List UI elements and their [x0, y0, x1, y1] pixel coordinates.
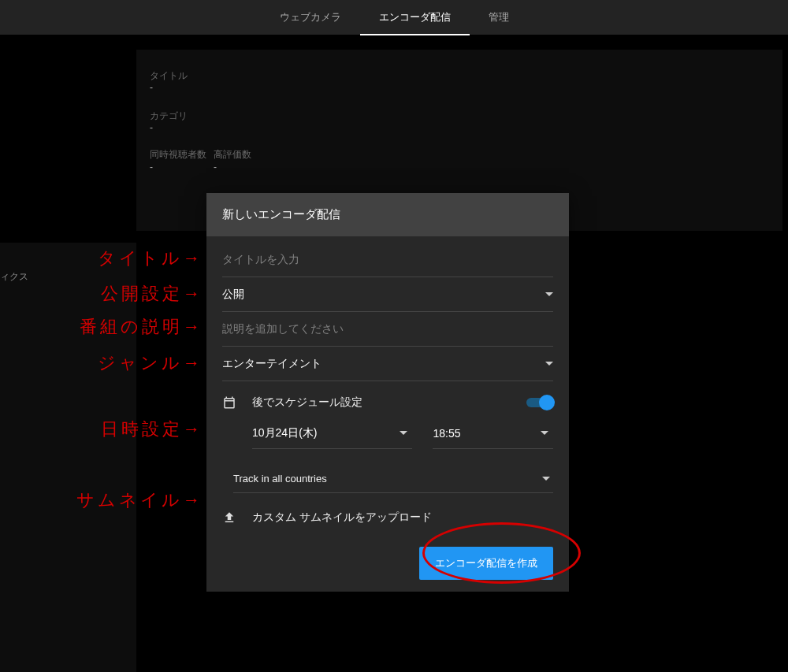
chevron-down-icon — [541, 431, 548, 435]
thumbnail-upload[interactable]: カスタム サムネイルをアップロード — [222, 493, 553, 525]
bg-likes-value: - — [214, 162, 217, 173]
bg-viewers-label: 同時視聴者数 — [150, 148, 206, 162]
schedule-later-toggle[interactable] — [526, 395, 553, 410]
schedule-later-row: 後でスケジュール設定 — [222, 381, 553, 410]
bg-category-label: カテゴリ — [150, 110, 188, 123]
time-select[interactable]: 18:55 — [433, 418, 553, 449]
top-bar: ウェブカメラ エンコーダ配信 管理 — [0, 0, 788, 35]
chevron-down-icon — [400, 431, 407, 435]
chevron-down-icon — [545, 362, 553, 366]
date-value: 10月24日(木) — [252, 426, 317, 440]
title-placeholder: タイトルを入力 — [222, 253, 299, 267]
annotation-privacy: 公開設定→ — [101, 282, 203, 306]
dialog-body: タイトルを入力 公開 説明を追加してください エンターテイメント 後でスケジュー… — [206, 236, 569, 533]
dialog-title: 新しいエンコーダ配信 — [206, 193, 569, 236]
privacy-select[interactable]: 公開 — [222, 277, 553, 312]
dialog-footer: エンコーダ配信を作成 — [206, 533, 569, 594]
upload-icon — [222, 510, 241, 525]
chevron-down-icon — [542, 477, 550, 481]
tab-webcam[interactable]: ウェブカメラ — [261, 0, 360, 35]
monetization-select[interactable]: Track in all countries — [233, 465, 553, 493]
bg-title-value: - — [150, 82, 153, 93]
left-analytics-panel — [0, 243, 136, 672]
description-input[interactable]: 説明を追加してください — [222, 312, 553, 347]
bg-title-label: タイトル — [150, 69, 188, 83]
time-value: 18:55 — [433, 427, 460, 440]
datetime-row: 10月24日(木) 18:55 — [222, 410, 553, 449]
calendar-icon — [222, 395, 241, 410]
monetization-row: Track in all countries — [222, 449, 553, 493]
tab-manage[interactable]: 管理 — [470, 0, 528, 35]
genre-value: エンターテイメント — [222, 357, 322, 371]
annotation-datetime: 日時設定→ — [101, 418, 203, 441]
annotation-description: 番組の説明→ — [80, 315, 203, 339]
thumbnail-upload-label: カスタム サムネイルをアップロード — [252, 510, 432, 525]
genre-select[interactable]: エンターテイメント — [222, 347, 553, 381]
annotation-title: タイトル→ — [98, 247, 203, 270]
privacy-value: 公開 — [222, 288, 244, 302]
bg-viewers-value: - — [150, 162, 153, 173]
tab-list: ウェブカメラ エンコーダ配信 管理 — [261, 0, 528, 35]
description-placeholder: 説明を追加してください — [222, 322, 344, 336]
annotation-thumbnail: サムネイル→ — [76, 488, 203, 512]
annotation-genre: ジャンル→ — [98, 351, 203, 375]
analytics-fragment: ィクス — [0, 270, 28, 284]
date-select[interactable]: 10月24日(木) — [252, 418, 412, 449]
monetization-value: Track in all countries — [233, 473, 327, 485]
tab-encoder[interactable]: エンコーダ配信 — [360, 0, 470, 35]
schedule-later-label: 後でスケジュール設定 — [252, 395, 362, 410]
title-input[interactable]: タイトルを入力 — [222, 243, 553, 277]
bg-category-value: - — [150, 122, 153, 133]
chevron-down-icon — [545, 292, 553, 296]
new-encoder-stream-dialog: 新しいエンコーダ配信 タイトルを入力 公開 説明を追加してください エンターテイ… — [206, 193, 569, 592]
bg-likes-label: 高評価数 — [214, 148, 251, 162]
create-encoder-stream-button[interactable]: エンコーダ配信を作成 — [419, 547, 553, 580]
